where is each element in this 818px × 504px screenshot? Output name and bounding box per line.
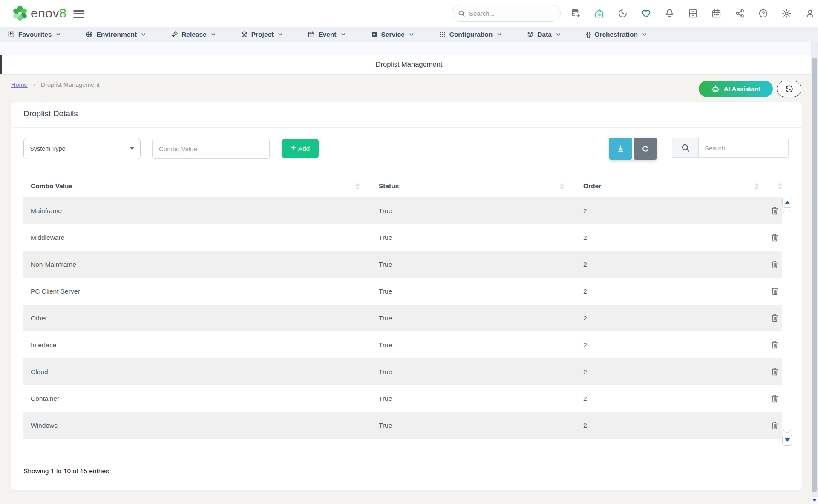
nav-favourites[interactable]: Favourites	[8, 31, 60, 38]
enov8-logo[interactable]: enov8	[12, 5, 66, 21]
cell-status: True	[372, 422, 576, 429]
nav-environment[interactable]: Environment	[86, 31, 146, 38]
entries-summary: Showing 1 to 10 of 15 entries	[23, 467, 109, 475]
user-profile-icon[interactable]	[805, 9, 815, 18]
table-row[interactable]: Other True 2	[23, 305, 782, 331]
table-row[interactable]: Cloud True 2	[23, 358, 782, 385]
breadcrumb-separator: ›	[33, 81, 35, 88]
ai-assistant-button[interactable]: AI Assistant	[699, 81, 773, 97]
add-label: Add	[298, 145, 310, 153]
system-type-select[interactable]: System Type	[23, 138, 141, 159]
page-scroll-down-button[interactable]	[811, 497, 818, 504]
delete-row-button[interactable]	[771, 287, 779, 296]
delete-row-button[interactable]	[771, 394, 779, 403]
cell-order: 2	[576, 288, 771, 295]
sort-icons[interactable]	[560, 183, 564, 190]
sidebar-collapse-handle[interactable]	[0, 55, 2, 74]
history-clock-icon	[784, 84, 794, 94]
nav-orchestration[interactable]: {} Orchestration	[586, 31, 647, 38]
nav-configuration[interactable]: Configuration	[439, 31, 502, 38]
column-header-combo-value[interactable]: Combo Value	[23, 182, 372, 190]
home-icon[interactable]	[594, 9, 604, 18]
column-header-status[interactable]: Status	[372, 182, 576, 190]
star-badge-icon	[371, 31, 378, 38]
table-search	[672, 138, 789, 158]
chevron-down-icon	[278, 32, 282, 37]
cell-combo-value: Mainframe	[23, 207, 372, 215]
breadcrumb-home-link[interactable]: Home	[11, 81, 28, 88]
database-add-icon[interactable]	[571, 9, 581, 18]
sort-icons[interactable]	[778, 183, 782, 190]
table-row[interactable]: Container True 2	[23, 385, 782, 412]
plus-icon: +	[291, 143, 296, 153]
nav-release[interactable]: Release	[171, 31, 216, 38]
cell-combo-value: Cloud	[23, 368, 372, 376]
delete-row-button[interactable]	[771, 206, 779, 215]
table-row[interactable]: PC Client Server True 2	[23, 278, 782, 305]
cell-order: 2	[576, 368, 771, 376]
table-row[interactable]: Interface True 2	[23, 331, 782, 358]
cell-status: True	[372, 207, 576, 215]
cell-status: True	[372, 314, 576, 322]
sort-icons[interactable]	[355, 183, 360, 190]
table-row[interactable]: Mainframe True 2	[23, 197, 782, 224]
favourites-heart-icon[interactable]	[641, 9, 651, 18]
system-type-value: System Type	[30, 145, 66, 152]
cell-combo-value: Windows	[23, 422, 372, 429]
table-scroll-up-button[interactable]	[782, 197, 792, 208]
calendar-icon[interactable]	[711, 9, 721, 18]
hamburger-menu-icon[interactable]	[73, 8, 84, 20]
cell-order: 2	[576, 422, 771, 429]
page-scrollbar-thumb[interactable]	[812, 58, 817, 492]
nav-project[interactable]: Project	[241, 31, 283, 38]
notifications-bell-icon[interactable]	[665, 9, 674, 18]
history-button[interactable]	[777, 81, 801, 97]
logo-text: enov8	[31, 6, 66, 20]
combo-value-input[interactable]	[152, 139, 270, 159]
delete-row-button[interactable]	[771, 367, 779, 376]
nav-data[interactable]: Data	[527, 31, 561, 38]
sort-icons[interactable]	[755, 183, 759, 190]
delete-row-button[interactable]	[771, 340, 779, 349]
global-search-input[interactable]	[469, 10, 546, 17]
cell-order: 2	[576, 341, 771, 349]
refresh-button[interactable]	[634, 138, 657, 160]
table-scrollbar-thumb[interactable]	[783, 210, 791, 433]
archive-drawers-icon[interactable]	[688, 9, 698, 18]
enov8-flower-icon	[12, 5, 28, 21]
cell-order: 2	[576, 207, 771, 215]
nav-service[interactable]: Service	[371, 31, 414, 38]
delete-row-button[interactable]	[771, 260, 779, 269]
table-row[interactable]: Middleware True 2	[23, 224, 782, 251]
chevron-down-icon	[141, 32, 146, 37]
cell-order: 2	[576, 314, 771, 322]
table-scrollbar	[782, 197, 792, 446]
grid-dots-icon	[439, 31, 446, 38]
download-button[interactable]	[609, 138, 632, 160]
card-title: Droplist Details	[23, 109, 78, 118]
table-row[interactable]: Non-Mainframe True 2	[23, 251, 782, 278]
table-action-buttons	[609, 138, 657, 160]
cell-order: 2	[576, 261, 771, 268]
nav-event[interactable]: Event	[308, 31, 345, 38]
column-header-actions[interactable]	[771, 183, 786, 190]
table-row[interactable]: Windows True 2	[23, 412, 782, 439]
delete-row-button[interactable]	[771, 421, 779, 430]
cell-status: True	[372, 368, 576, 376]
page-title: Droplist Management	[376, 60, 443, 69]
help-icon[interactable]	[758, 9, 768, 18]
share-icon[interactable]	[735, 9, 745, 18]
calendar-icon	[308, 31, 315, 38]
table-search-input[interactable]	[698, 138, 789, 158]
dark-mode-moon-icon[interactable]	[618, 9, 628, 18]
table-scroll-down-button[interactable]	[782, 435, 792, 446]
delete-row-button[interactable]	[771, 233, 779, 242]
delete-row-button[interactable]	[771, 314, 779, 323]
cell-combo-value: Other	[23, 314, 372, 322]
settings-gear-icon[interactable]	[782, 9, 792, 18]
cell-order: 2	[576, 395, 771, 403]
column-header-order[interactable]: Order	[576, 182, 771, 190]
add-button[interactable]: + Add	[282, 139, 319, 158]
sub-header-strip	[0, 42, 818, 55]
cell-combo-value: Non-Mainframe	[23, 261, 372, 268]
